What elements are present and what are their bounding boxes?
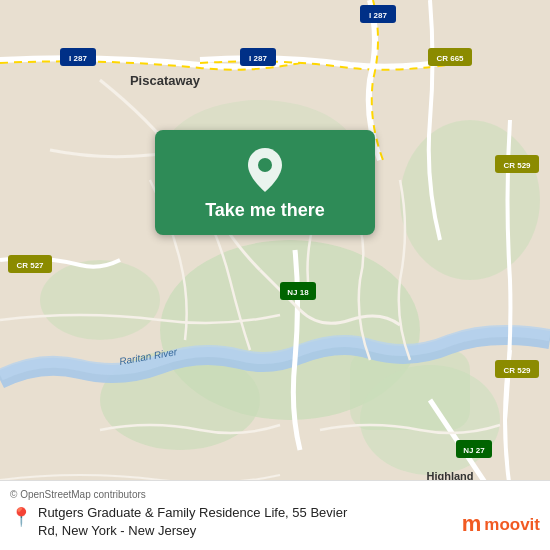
map-background: I 287 I 287 I 287 CR 665 CR 529 CR 529 C… bbox=[0, 0, 550, 550]
svg-text:CR 529: CR 529 bbox=[503, 366, 531, 375]
svg-text:I 287: I 287 bbox=[369, 11, 387, 20]
svg-point-4 bbox=[40, 260, 160, 340]
navigate-button-overlay: Take me there bbox=[155, 130, 375, 235]
svg-text:Piscataway: Piscataway bbox=[130, 73, 201, 88]
svg-text:NJ 18: NJ 18 bbox=[287, 288, 309, 297]
svg-text:CR 665: CR 665 bbox=[436, 54, 464, 63]
copyright-text: © OpenStreetMap contributors bbox=[10, 489, 540, 500]
svg-point-7 bbox=[400, 120, 540, 280]
svg-text:CR 527: CR 527 bbox=[16, 261, 44, 270]
map-container: I 287 I 287 I 287 CR 665 CR 529 CR 529 C… bbox=[0, 0, 550, 550]
take-me-there-button[interactable]: Take me there bbox=[155, 130, 375, 235]
address-text: 📍 Rutgers Graduate & Family Residence Li… bbox=[10, 504, 540, 540]
svg-text:I 287: I 287 bbox=[249, 54, 267, 63]
svg-text:CR 529: CR 529 bbox=[503, 161, 531, 170]
svg-text:I 287: I 287 bbox=[69, 54, 87, 63]
moovit-logo: m moovit bbox=[462, 509, 540, 540]
info-bar: © OpenStreetMap contributors 📍 Rutgers G… bbox=[0, 480, 550, 550]
address-line: Rutgers Graduate & Family Residence Life… bbox=[38, 504, 347, 540]
address-pin-icon: 📍 bbox=[10, 505, 32, 530]
svg-text:NJ 27: NJ 27 bbox=[463, 446, 485, 455]
moovit-m-icon: m bbox=[462, 509, 482, 540]
button-label: Take me there bbox=[205, 200, 325, 221]
location-pin-icon bbox=[248, 148, 282, 192]
moovit-text: moovit bbox=[484, 513, 540, 537]
svg-point-30 bbox=[258, 158, 272, 172]
